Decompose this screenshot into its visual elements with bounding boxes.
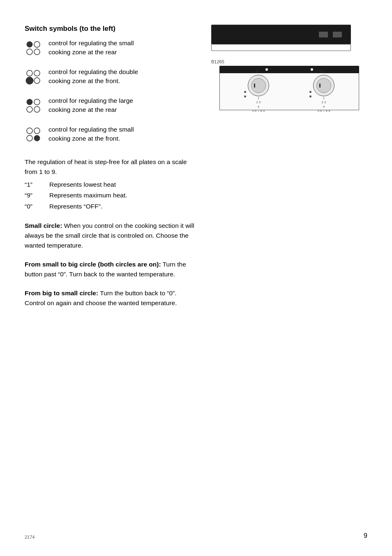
svg-point-10	[27, 107, 32, 112]
burner-controls: 0	[219, 73, 359, 110]
b1265-label: B1265	[211, 59, 367, 64]
svg-point-9	[34, 99, 40, 105]
svg-point-11	[34, 107, 40, 112]
icon-small-front	[25, 126, 44, 145]
icon-small-rear	[25, 39, 44, 58]
left-column: Switch symbols (to the left)	[25, 25, 195, 310]
svg-point-1	[34, 42, 40, 47]
knob-left: 0	[244, 70, 269, 114]
heat-val-1: “1”	[25, 179, 37, 190]
symbol-text-double-front: control for regulating the double cookin…	[48, 67, 138, 86]
right-column: B1265 0	[203, 25, 367, 310]
knob-right-scale: 1 2 3 4 5 6 7 8 9	[317, 96, 330, 114]
heat-val-9: “9”	[25, 190, 37, 201]
knob-left-dial: 1 2 3 4 5 6 7 8 9	[248, 75, 269, 114]
svg-point-7	[34, 78, 40, 83]
knob-right-dial: 1 2 3 4 5 6 7 8 9	[313, 75, 334, 114]
symbol-text-small-rear: control for regulating the small cooking…	[48, 39, 134, 57]
icon-double-front	[25, 68, 44, 87]
burner-diagram: 0	[211, 66, 367, 110]
footer-page: 9	[364, 532, 367, 540]
heat-row-0: “0” Represents “OFF”.	[25, 201, 195, 212]
knob-right-marker	[319, 83, 321, 88]
svg-point-15	[34, 135, 40, 141]
section-title: Switch symbols (to the left)	[25, 25, 195, 33]
page: Switch symbols (to the left)	[0, 0, 392, 556]
heat-row-1: “1” Represents lowest heat	[25, 179, 195, 190]
from-small-title: From small to big circle (both circles a…	[25, 261, 161, 268]
stove-top-bar	[211, 25, 351, 44]
heat-desc-9: Represents maximum heat.	[49, 190, 127, 201]
footer-code: 2174	[25, 535, 35, 540]
symbol-row-small-rear: control for regulating the small cooking…	[25, 39, 195, 58]
small-circle-section: Small circle: When you control on the co…	[25, 221, 195, 250]
burner-top-bar	[219, 66, 359, 73]
knob-right-inner	[316, 78, 331, 93]
symbol-text-small-front: control for regulating the small cooking…	[48, 125, 134, 144]
svg-point-12	[27, 128, 32, 134]
knob-left-assembly: 1 2 3 4 5 6 7 8 9	[244, 75, 269, 114]
svg-point-13	[34, 128, 40, 134]
svg-point-3	[34, 49, 40, 55]
svg-point-8	[27, 99, 32, 105]
knob-left-inner	[251, 78, 266, 93]
symbol-row-small-front: control for regulating the small cooking…	[25, 125, 195, 145]
knob-left-marker	[254, 83, 255, 88]
symbol-text-large-rear: control for regulating the large cooking…	[48, 96, 133, 115]
from-big-title: From big to small circle:	[25, 290, 98, 297]
heat-val-0: “0”	[25, 201, 37, 212]
section-title-bold: Switch symbols	[25, 25, 77, 32]
knob-right: 0	[309, 70, 334, 114]
icon-large-rear	[25, 97, 44, 116]
symbol-row-large-rear: control for regulating the large cooking…	[25, 96, 195, 116]
svg-point-4	[27, 70, 32, 76]
knob-right-side-dots	[309, 91, 311, 97]
knob-left-circle	[248, 75, 269, 96]
svg-point-2	[27, 49, 32, 55]
heat-desc-0: Represents “OFF”.	[49, 201, 102, 212]
stove-rect-1	[319, 32, 328, 37]
heat-row-9: “9” Represents maximum heat.	[25, 190, 195, 201]
section-title-regular: (to the left)	[77, 25, 115, 32]
stove-indicators	[319, 32, 342, 37]
from-big-section: From big to small circle: Turn the butto…	[25, 288, 195, 308]
knob-left-side-dots	[244, 91, 246, 97]
svg-point-14	[27, 135, 32, 141]
main-text-section: The regulation of heat is step-free for …	[25, 157, 195, 308]
heat-list: “1” Represents lowest heat “9” Represent…	[25, 179, 195, 212]
heat-desc-1: Represents lowest heat	[49, 179, 116, 190]
heat-intro: The regulation of heat is step-free for …	[25, 157, 195, 177]
svg-point-6	[26, 77, 33, 84]
knob-right-assembly: 1 2 3 4 5 6 7 8 9	[309, 75, 334, 114]
svg-point-5	[34, 70, 40, 76]
stove-top-diagram	[211, 25, 367, 51]
svg-point-0	[27, 42, 32, 47]
knob-left-scale: 1 2 3 4 5 6 7 8 9	[252, 96, 265, 114]
small-circle-title: Small circle:	[25, 222, 62, 229]
stove-bottom-border	[211, 44, 351, 51]
stove-rect-2	[333, 32, 342, 37]
knob-right-circle	[313, 75, 334, 96]
symbol-row-double-front: control for regulating the double cookin…	[25, 67, 195, 87]
from-small-section: From small to big circle (both circles a…	[25, 259, 195, 279]
